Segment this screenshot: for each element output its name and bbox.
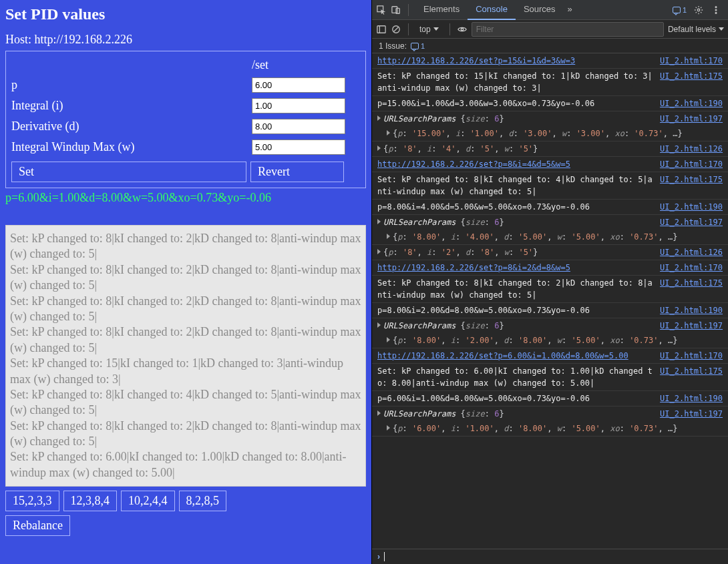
log-text: Set: kP changed to: 6.00|kI changed to: … — [377, 365, 655, 389]
svg-rect-7 — [377, 25, 385, 33]
sidebar-toggle-icon[interactable] — [376, 24, 387, 35]
input-w[interactable] — [252, 139, 345, 155]
input-i[interactable] — [252, 98, 345, 113]
log-source-link[interactable]: UI_2.html:197 — [660, 113, 723, 125]
label-i: Integral (i) — [11, 95, 252, 116]
svg-point-4 — [715, 6, 717, 7]
log-source-link[interactable]: UI_2.html:175 — [660, 365, 723, 377]
svg-point-11 — [461, 28, 464, 31]
svg-line-10 — [394, 27, 399, 31]
log-url[interactable]: http://192.168.2.226/set?p=15&i=1&d=3&w=… — [377, 56, 575, 65]
input-d[interactable] — [252, 119, 345, 134]
svg-point-3 — [697, 9, 700, 11]
tab-console[interactable]: Console — [468, 0, 516, 20]
log-source-link[interactable]: UI_2.html:190 — [660, 304, 723, 316]
context-label: top — [419, 25, 431, 34]
levels-label: Default levels — [668, 25, 716, 34]
kebab-icon[interactable] — [711, 5, 721, 15]
expand-icon[interactable] — [387, 425, 390, 431]
expand-icon[interactable] — [377, 322, 381, 328]
log-url[interactable]: http://192.168.2.226/set?p=8&i=4&d=5&w=5 — [377, 160, 570, 169]
app-pane: Set PID values Host: http://192.168.2.22… — [0, 0, 371, 564]
filter-input[interactable] — [472, 22, 664, 37]
host-prefix: Host: — [5, 33, 35, 46]
clear-console-icon[interactable] — [391, 24, 401, 35]
log-source-link[interactable]: UI_2.html:170 — [660, 262, 723, 274]
expand-icon[interactable] — [387, 337, 390, 342]
chevron-down-icon — [433, 27, 439, 31]
rebalance-button[interactable]: Rebalance — [5, 515, 70, 536]
context-select[interactable]: top — [415, 23, 443, 35]
separator — [408, 23, 409, 35]
log-source-link[interactable]: UI_2.html:190 — [660, 97, 723, 109]
log-line: Set: kP changed to: 8|kI changed to: 2|k… — [10, 324, 361, 356]
log-text: Set: kP changed to: 15|kI changed to: 1|… — [377, 70, 655, 94]
log-source-link[interactable]: UI_2.html:170 — [660, 55, 723, 67]
expand-icon[interactable] — [387, 234, 390, 239]
log-line: Set: kP changed to: 8|kI changed to: 4|k… — [10, 387, 361, 418]
console-log[interactable]: http://192.168.2.226/set?p=15&i=1&d=3&w=… — [372, 53, 728, 549]
revert-button[interactable]: Revert — [250, 162, 344, 182]
expand-icon[interactable] — [377, 410, 381, 416]
issues-badge[interactable]: 1 — [673, 6, 687, 14]
log-text: p=8.00&i=4.00&d=5.00&w=5.00&xo=0.73&yo=-… — [377, 201, 655, 213]
label-p: p — [11, 75, 252, 95]
gear-icon[interactable] — [693, 5, 704, 15]
expand-icon[interactable] — [377, 219, 381, 224]
log-line: Set: kP changed to: 8|kI changed to: 2|k… — [10, 294, 361, 325]
page-title: Set PID values — [5, 5, 366, 23]
device-icon[interactable] — [391, 5, 401, 15]
expand-icon[interactable] — [387, 130, 390, 135]
log-source-link[interactable]: UI_2.html:190 — [660, 392, 723, 404]
log-source-link[interactable]: UI_2.html:126 — [660, 143, 723, 155]
query-output: p=6.00&i=1.00&d=8.00&w=5.00&xo=0.73&yo=-… — [5, 191, 366, 205]
log-source-link[interactable]: UI_2.html:170 — [660, 158, 723, 170]
log-source-link[interactable]: UI_2.html:126 — [660, 246, 723, 258]
host-line: Host: http://192.168.2.226 — [5, 33, 366, 47]
log-source-link[interactable]: UI_2.html:190 — [660, 201, 723, 213]
preset-row: 15,2,3,3 12,3,8,4 10,2,4,4 8,2,8,5 — [5, 491, 366, 511]
expand-icon[interactable] — [377, 146, 381, 151]
log-source-link[interactable]: UI_2.html:197 — [660, 320, 723, 332]
host-url: http://192.168.2.226 — [35, 33, 133, 46]
log-url[interactable]: http://192.168.2.226/set?p=8&i=2&d=8&w=5 — [377, 263, 570, 272]
log-source-link[interactable]: UI_2.html:175 — [660, 70, 723, 82]
expand-icon[interactable] — [377, 115, 381, 121]
log-source-link[interactable]: UI_2.html:170 — [660, 350, 723, 362]
log-source-link[interactable]: UI_2.html:197 — [660, 408, 723, 420]
devtools-secondbar: top Default levels — [372, 20, 728, 39]
levels-select[interactable]: Default levels — [668, 25, 724, 34]
text-cursor — [384, 552, 385, 561]
devtools-pane: Elements Console Sources » 1 top — [371, 0, 728, 564]
svg-point-5 — [715, 9, 717, 11]
tab-sources[interactable]: Sources — [516, 0, 564, 20]
log-source-link[interactable]: UI_2.html:175 — [660, 174, 723, 186]
console-prompt[interactable]: › — [372, 549, 728, 564]
live-expression-icon[interactable] — [457, 24, 468, 35]
chevron-down-icon — [719, 27, 724, 31]
prompt-caret-icon: › — [377, 552, 380, 561]
endpoint-label: /set — [252, 55, 360, 75]
separator — [408, 4, 409, 16]
set-button[interactable]: Set — [11, 162, 246, 182]
log-object-type: URLSearchParams — [383, 114, 456, 123]
expand-icon[interactable] — [377, 249, 381, 254]
issues-row[interactable]: 1 Issue: 1 — [372, 39, 728, 53]
log-url[interactable]: http://192.168.2.226/set?p=6.00&i=1.00&d… — [377, 351, 628, 360]
tab-more[interactable]: » — [564, 0, 576, 20]
log-source-link[interactable]: UI_2.html:175 — [660, 277, 723, 289]
tab-elements[interactable]: Elements — [415, 0, 468, 20]
preset-button[interactable]: 10,2,4,4 — [121, 491, 175, 511]
inspect-icon[interactable] — [376, 5, 387, 15]
issues-count: 1 — [421, 42, 425, 50]
input-p[interactable] — [252, 77, 345, 93]
preset-button[interactable]: 12,3,8,4 — [63, 491, 118, 511]
log-source-link[interactable]: UI_2.html:197 — [660, 216, 723, 228]
svg-point-6 — [715, 12, 717, 13]
log-text: p=15.00&i=1.00&d=3.00&w=3.00&xo=0.73&yo=… — [377, 97, 655, 109]
preset-button[interactable]: 15,2,3,3 — [5, 491, 59, 511]
preset-button[interactable]: 8,2,8,5 — [179, 491, 227, 511]
log-text: Set: kP changed to: 8|kI changed to: 2|k… — [377, 277, 655, 301]
devtools-tabs: Elements Console Sources » — [415, 0, 669, 20]
pid-form: /set p Integral (i) Derivative (d) Integ… — [5, 51, 366, 188]
